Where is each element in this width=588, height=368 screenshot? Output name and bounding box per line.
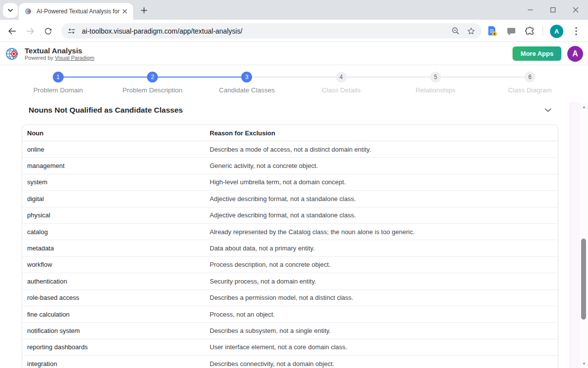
column-header-reason: Reason for Exclusion: [205, 125, 558, 141]
chevron-down-icon: [7, 8, 13, 12]
reason-cell: Adjective describing format, not a stand…: [205, 191, 558, 207]
window-close-button[interactable]: [568, 2, 583, 17]
url-text[interactable]: ai-toolbox.visual-paradigm.com/app/textu…: [82, 27, 450, 35]
table-row: authentication Security process, not a d…: [22, 273, 558, 289]
step-label: Class Diagram: [508, 86, 552, 94]
table-row: digital Adjective describing format, not…: [22, 191, 558, 207]
inner-scrollbar-track[interactable]: [570, 102, 580, 368]
chat-bubble-icon: [507, 27, 516, 36]
extensions-button[interactable]: [524, 25, 536, 37]
step-number[interactable]: 4: [336, 72, 347, 82]
bookmark-star-button[interactable]: [466, 26, 477, 37]
noun-cell: system: [22, 174, 205, 191]
table-row: physical Adjective describing format, no…: [22, 207, 558, 224]
stepper-step-problem-description[interactable]: 2 Problem Description: [105, 72, 199, 94]
step-number[interactable]: 6: [524, 72, 535, 82]
scroll-down-arrow-icon[interactable]: ▼: [580, 360, 588, 367]
table-row: reporting dashboards User interface elem…: [22, 339, 558, 356]
more-apps-button[interactable]: More Apps: [513, 46, 561, 61]
stepper-step-problem-domain[interactable]: 1 Problem Domain: [11, 72, 105, 94]
doc-download-extension-button[interactable]: [486, 25, 498, 37]
reason-cell: Adjective describing format, not a stand…: [205, 207, 558, 224]
table-row: workflow Process description, not a conc…: [22, 257, 558, 273]
site-settings-icon[interactable]: [66, 26, 77, 37]
browser-tabstrip: AI-Powered Textual Analysis for: [0, 0, 588, 20]
browser-profile-avatar[interactable]: A: [550, 25, 563, 38]
table-row: role-based access Describes a permission…: [22, 290, 558, 306]
visual-paradigm-link[interactable]: Visual Paradigm: [55, 55, 94, 61]
step-connector: [58, 77, 152, 78]
noun-cell: metadata: [22, 240, 205, 256]
step-number[interactable]: 2: [147, 72, 158, 82]
step-label: Class Details: [322, 86, 361, 94]
noun-cell: integration: [22, 356, 205, 368]
puzzle-icon: [525, 26, 535, 36]
chevron-down-icon: [545, 108, 551, 112]
window-minimize-button[interactable]: [523, 2, 538, 17]
table-row: notification system Describes a subsyste…: [22, 323, 558, 339]
step-connector: [341, 77, 436, 78]
step-connector: [152, 77, 247, 78]
step-number[interactable]: 5: [430, 72, 441, 82]
reload-button[interactable]: [41, 25, 54, 38]
excluded-nouns-table: Noun Reason for Exclusion online Describ…: [22, 124, 558, 368]
table-row: integration Describes connectivity, not …: [22, 356, 558, 368]
chat-extension-button[interactable]: [505, 25, 517, 37]
tab-search-button[interactable]: [3, 3, 18, 18]
reason-cell: Process description, not a concrete obje…: [205, 257, 558, 273]
zoom-out-indicator[interactable]: [450, 26, 461, 37]
address-bar[interactable]: ai-toolbox.visual-paradigm.com/app/textu…: [61, 23, 481, 39]
reason-cell: High-level umbrella term, not a domain c…: [205, 174, 558, 191]
tab-title: AI-Powered Textual Analysis for: [37, 8, 120, 15]
table-row: management Generic activity, not a concr…: [22, 158, 558, 174]
new-tab-button[interactable]: [139, 5, 149, 15]
noun-cell: catalog: [22, 224, 205, 240]
stepper-step-class-details[interactable]: 4 Class Details: [294, 72, 388, 94]
step-number[interactable]: 1: [53, 72, 64, 82]
reason-cell: Generic activity, not a concrete object.: [205, 158, 558, 174]
stepper-step-candidate-classes[interactable]: 3 Candidate Classes: [200, 72, 294, 94]
table-row: metadata Data about data, not a primary …: [22, 240, 558, 256]
forward-button[interactable]: [24, 25, 37, 38]
scrollbar-thumb[interactable]: [581, 239, 586, 320]
reason-cell: Describes a permission model, not a dist…: [205, 290, 558, 306]
table-header-row: Noun Reason for Exclusion: [22, 125, 558, 141]
noun-cell: fine calculation: [22, 306, 205, 323]
table-row: catalog Already represented by the Catal…: [22, 224, 558, 240]
noun-cell: authentication: [22, 273, 205, 289]
section-collapse-button[interactable]: [543, 105, 553, 116]
step-label: Candidate Classes: [219, 86, 275, 94]
browser-menu-button[interactable]: [570, 25, 582, 37]
step-number[interactable]: 3: [241, 72, 252, 82]
tab-close-button[interactable]: [120, 7, 129, 16]
browser-tab[interactable]: AI-Powered Textual Analysis for: [19, 3, 133, 20]
magnifier-minus-icon: [451, 27, 460, 35]
noun-cell: reporting dashboards: [22, 339, 205, 356]
back-button[interactable]: [6, 25, 19, 38]
close-icon: [573, 7, 579, 13]
window-maximize-button[interactable]: [546, 2, 560, 17]
tune-icon: [68, 28, 75, 35]
reason-cell: Describes a mode of access, not a distin…: [205, 141, 558, 158]
reason-cell: Describes a subsystem, not a single enti…: [205, 323, 558, 339]
step-connector: [436, 77, 530, 78]
step-label: Problem Domain: [33, 86, 83, 94]
noun-cell: digital: [22, 191, 205, 207]
window-controls: [523, 0, 583, 20]
scroll-up-arrow-icon[interactable]: ▲: [580, 103, 588, 110]
app-header: Textual Analysis Powered by Visual Parad…: [0, 42, 588, 65]
table-row: system High-level umbrella term, not a d…: [22, 174, 558, 191]
stepper-step-class-diagram[interactable]: 6 Class Diagram: [483, 72, 577, 94]
stepper-step-relationships[interactable]: 5 Relationships: [388, 72, 482, 94]
app-user-avatar[interactable]: A: [567, 46, 583, 62]
section-title: Nouns Not Qualified as Candidate Classes: [29, 106, 183, 115]
reload-icon: [44, 27, 52, 36]
visual-paradigm-logo: [5, 46, 21, 62]
scrollbar[interactable]: ▲ ▼: [580, 102, 588, 368]
step-label: Problem Description: [122, 86, 183, 94]
powered-by-prefix: Powered by: [25, 55, 55, 61]
section-header: Nouns Not Qualified as Candidate Classes: [29, 105, 559, 116]
reason-cell: Process, not an object.: [205, 306, 558, 323]
reason-cell: Describes connectivity, not a domain obj…: [205, 356, 558, 368]
visual-paradigm-favicon: [25, 7, 33, 15]
